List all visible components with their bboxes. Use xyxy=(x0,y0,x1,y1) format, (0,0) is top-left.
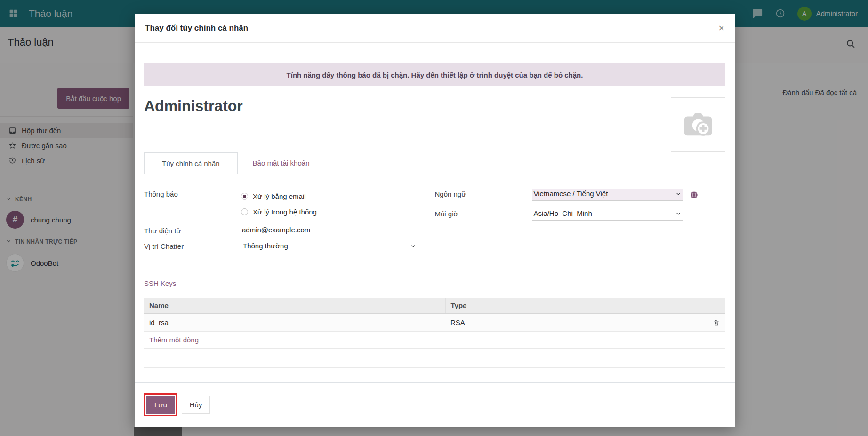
profile-name-heading: Administrator xyxy=(144,97,243,115)
ssh-key-name-cell: id_rsa xyxy=(144,314,445,332)
column-header-name[interactable]: Name xyxy=(144,298,445,314)
radio-option-odoo[interactable]: Xử lý trong hệ thống xyxy=(241,204,317,220)
empty-table-row xyxy=(144,349,725,368)
tab-preferences[interactable]: Tùy chỉnh cá nhân xyxy=(144,152,238,174)
ssh-keys-table: Name Type id_rsa RSA Thêm một dòng xyxy=(144,298,725,368)
table-row[interactable]: id_rsa RSA xyxy=(144,314,725,332)
chevron-down-icon xyxy=(675,211,681,216)
modal-body: Tính năng đẩy thông báo đã bị chặn. Hãy … xyxy=(135,43,735,382)
save-button[interactable]: Lưu xyxy=(146,396,175,414)
email-label: Thư điện tử xyxy=(144,225,241,237)
avatar-upload-box[interactable] xyxy=(671,97,725,152)
red-annotation-box: Lưu xyxy=(144,393,177,416)
column-header-type[interactable]: Type xyxy=(445,298,706,314)
push-notification-alert: Tính năng đẩy thông báo đã bị chặn. Hãy … xyxy=(144,63,725,86)
add-line-row[interactable]: Thêm một dòng xyxy=(144,332,725,349)
globe-icon[interactable] xyxy=(690,189,698,201)
add-line-link: Thêm một dòng xyxy=(144,332,725,349)
modal-tabs: Tùy chỉnh cá nhân Bảo mật tài khoản xyxy=(144,152,725,174)
modal-footer: Lưu Hủy xyxy=(135,382,735,427)
modal-header: Thay đổi tùy chỉnh cá nhân × xyxy=(135,14,735,43)
ssh-keys-heading: SSH Keys xyxy=(144,279,725,287)
timezone-select[interactable]: Asia/Ho_Chi_Minh xyxy=(532,208,683,221)
language-select[interactable]: Vietnamese / Tiếng Việt xyxy=(532,189,683,201)
radio-checked-icon xyxy=(241,193,248,200)
modal-title: Thay đổi tùy chỉnh cá nhân xyxy=(145,24,248,33)
notification-label: Thông báo xyxy=(144,189,241,220)
radio-option-email[interactable]: Xử lý bằng email xyxy=(241,189,317,204)
chatter-position-select[interactable]: Thông thường xyxy=(241,241,418,253)
chatter-position-label: Vị trí Chatter xyxy=(144,237,241,253)
preferences-modal: Thay đổi tùy chỉnh cá nhân × Tính năng đ… xyxy=(135,14,735,427)
trash-icon[interactable] xyxy=(713,319,720,326)
chevron-down-icon xyxy=(675,191,681,197)
column-header-actions xyxy=(706,298,725,314)
email-field[interactable] xyxy=(241,225,330,237)
timezone-label: Múi giờ xyxy=(435,201,532,221)
cancel-button[interactable]: Hủy xyxy=(182,396,210,414)
chevron-down-icon xyxy=(410,243,416,249)
close-icon[interactable]: × xyxy=(718,23,724,33)
radio-unchecked-icon xyxy=(241,208,248,215)
camera-plus-icon xyxy=(680,105,716,144)
ssh-key-type-cell: RSA xyxy=(445,314,706,332)
tab-account-security[interactable]: Bảo mật tài khoản xyxy=(238,152,325,174)
language-label: Ngôn ngữ xyxy=(435,189,532,201)
